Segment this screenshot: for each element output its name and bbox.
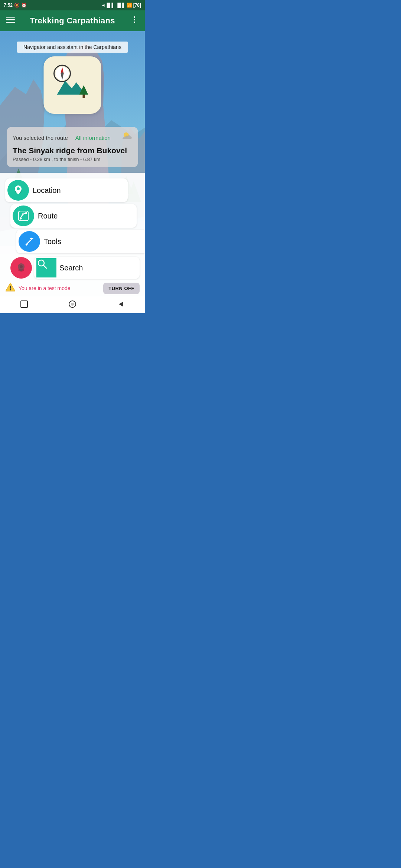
svg-marker-29 — [119, 302, 123, 307]
svg-point-15 — [17, 187, 20, 190]
svg-rect-2 — [6, 22, 15, 23]
all-information-link[interactable]: All information — [75, 135, 111, 141]
svg-rect-26 — [21, 301, 27, 308]
svg-point-18 — [25, 213, 27, 214]
route-card-header: You selected the route All information — [13, 131, 132, 144]
nav-back-button[interactable] — [117, 300, 125, 310]
test-mode-bar: You are in a test mode TURN OFF — [0, 280, 145, 297]
location-button-icon — [7, 180, 29, 201]
nav-square-button[interactable] — [20, 300, 28, 310]
svg-rect-0 — [6, 17, 15, 18]
app-logo — [44, 56, 101, 114]
route-button[interactable]: Route — [10, 204, 137, 228]
menu-icon[interactable] — [6, 15, 15, 26]
tools-button[interactable]: Tools — [16, 230, 145, 253]
tools-button-icon — [19, 231, 40, 252]
bottom-panel: Location Route Tools — [0, 173, 145, 313]
svg-point-28 — [71, 303, 74, 306]
status-left: 7:52 🔕 ⏰ — [4, 3, 27, 8]
wifi-icon: 📶 — [127, 3, 132, 8]
search-button[interactable]: Search — [34, 257, 140, 279]
route-button-icon — [13, 206, 34, 226]
turn-off-button[interactable]: TURN OFF — [103, 283, 140, 294]
svg-rect-12 — [82, 95, 85, 98]
location-button[interactable]: Location — [5, 178, 128, 202]
signal2-icon: ▐▌▌ — [116, 3, 125, 8]
route-name: The Sinyak ridge from Bukovel — [13, 146, 132, 155]
status-bar: 7:52 🔕 ⏰ ◂ ▐▌▌ ▐▌▌ 📶 [78] — [0, 0, 145, 10]
battery-display: [78] — [133, 3, 141, 8]
svg-rect-24 — [10, 286, 11, 289]
location-icon: ◂ — [102, 3, 104, 8]
svg-point-3 — [134, 16, 135, 18]
route-selected-label: You selected the route — [13, 135, 68, 141]
app-bar: Trekking Carpathians — [0, 10, 145, 31]
search-label: Search — [59, 264, 83, 272]
route-info-card: You selected the route All information T… — [7, 127, 138, 167]
warning-icon — [5, 282, 16, 295]
svg-point-17 — [20, 218, 22, 220]
route-label: Route — [38, 212, 137, 220]
nav-home-button[interactable] — [68, 300, 76, 310]
location-label: Location — [33, 186, 128, 195]
logo-icon — [46, 59, 98, 111]
pink-location-button[interactable] — [10, 257, 32, 279]
status-right: ◂ ▐▌▌ ▐▌▌ 📶 [78] — [102, 3, 141, 8]
test-mode-label: You are in a test mode — [19, 285, 100, 291]
silent-icon: 🔕 — [14, 3, 20, 8]
nav-bar — [0, 297, 145, 313]
search-row: Search — [0, 255, 145, 280]
svg-rect-1 — [6, 19, 15, 20]
svg-point-5 — [134, 22, 135, 23]
weather-icon — [120, 131, 132, 144]
time-display: 7:52 — [4, 3, 13, 8]
route-stats: Passed - 0.28 km , to the finish - 6.87 … — [13, 157, 132, 162]
subtitle-banner: Navigator and assistant in the Carpathia… — [17, 42, 128, 53]
svg-point-25 — [10, 289, 11, 290]
svg-line-22 — [43, 265, 46, 268]
app-title: Trekking Carpathians — [30, 16, 115, 26]
alarm-icon: ⏰ — [21, 3, 27, 8]
signal-icon: ▐▌▌ — [105, 3, 115, 8]
tools-label: Tools — [44, 237, 145, 246]
more-options-icon[interactable] — [130, 15, 139, 26]
svg-point-4 — [134, 19, 135, 20]
search-button-icon — [36, 258, 56, 277]
